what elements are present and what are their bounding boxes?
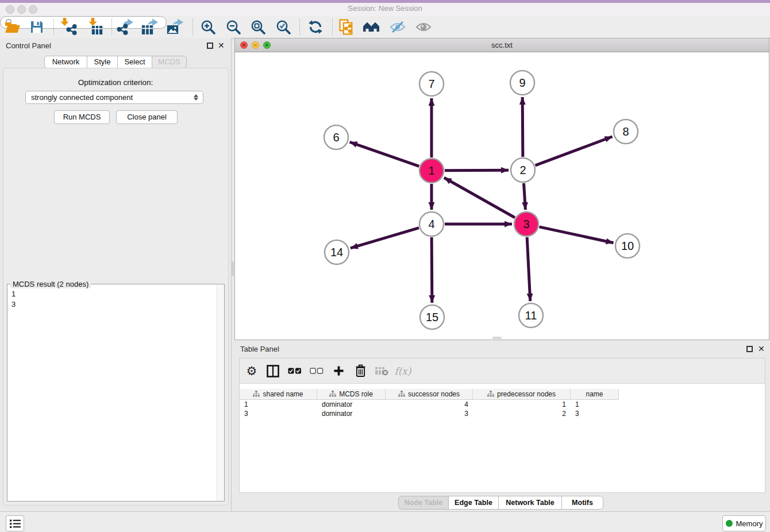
network-close-button[interactable]: ✕: [240, 41, 248, 49]
graph-node-8[interactable]: 8: [614, 119, 638, 144]
tab-style[interactable]: Style: [87, 56, 118, 68]
zoom-out-button[interactable]: [224, 18, 243, 36]
control-panel-title: Control Panel: [6, 41, 51, 50]
tab-label: MCDS: [158, 57, 180, 66]
import-network-button[interactable]: [59, 18, 78, 36]
select-all-button[interactable]: [285, 358, 305, 383]
table-cell[interactable]: 3: [386, 409, 473, 418]
table-cell[interactable]: 2: [473, 409, 571, 418]
result-scrollbar[interactable]: [217, 284, 224, 501]
import-network-icon: [60, 19, 77, 35]
table-cell[interactable]: dominator: [317, 409, 386, 418]
zoom-selected-button[interactable]: [274, 18, 293, 36]
apply-layout-button[interactable]: [306, 18, 325, 36]
table-cell[interactable]: 3: [571, 409, 619, 418]
graph-node-14[interactable]: 14: [325, 240, 349, 264]
tab-network[interactable]: Network: [44, 56, 87, 68]
tab-mcds[interactable]: MCDS: [152, 56, 187, 68]
tab-select[interactable]: Select: [117, 56, 152, 68]
add-column-button[interactable]: [329, 358, 348, 383]
graph-node-1[interactable]: 1: [419, 159, 444, 183]
graph-edge-3-10[interactable]: [539, 227, 613, 243]
export-image-button[interactable]: [165, 18, 185, 36]
graph-edge-4-15[interactable]: [432, 237, 432, 303]
mcds-result-text[interactable]: 1 3: [11, 289, 16, 310]
graph-edge-2-9[interactable]: [522, 97, 523, 157]
graph-node-3[interactable]: 3: [514, 212, 538, 236]
graph-edge-3-1[interactable]: [444, 178, 515, 217]
control-panel: Control Panel ✕ Network Style Select MCD…: [0, 38, 232, 511]
close-panel-button[interactable]: Close panel: [116, 110, 178, 124]
graph-node-11[interactable]: 11: [519, 303, 543, 327]
control-panel-float-button[interactable]: [207, 43, 213, 49]
save-session-button[interactable]: [27, 18, 47, 36]
new-network-from-selection-button[interactable]: [337, 18, 357, 36]
table-cell[interactable]: 1: [240, 400, 317, 409]
column-header-label: predecessor nodes: [497, 390, 556, 398]
table-cell[interactable]: 1: [571, 400, 619, 409]
show-columns-button[interactable]: [263, 358, 283, 383]
table-cell[interactable]: 4: [386, 400, 473, 409]
table-cell[interactable]: 3: [240, 409, 317, 418]
tab-network-table[interactable]: Network Table: [498, 496, 562, 510]
network-minimize-button[interactable]: −: [252, 41, 259, 49]
graph-node-7[interactable]: 7: [419, 72, 444, 96]
graph-edge-4-14[interactable]: [351, 228, 419, 248]
column-header-name[interactable]: name: [571, 389, 619, 400]
graph-edge-1-6[interactable]: [350, 142, 419, 166]
table-settings-button[interactable]: ⚙: [242, 358, 261, 383]
graph-edge-3-11[interactable]: [527, 237, 530, 301]
graph-edge-2-3[interactable]: [523, 183, 525, 210]
first-neighbors-button[interactable]: [363, 18, 382, 36]
network-hscrollbar[interactable]: [492, 337, 502, 339]
hide-selected-button[interactable]: [388, 18, 407, 36]
tab-edge-table[interactable]: Edge Table: [448, 496, 499, 510]
column-header-label: successor nodes: [408, 390, 460, 398]
delete-row-button[interactable]: [351, 358, 370, 383]
graph-node-2[interactable]: 2: [511, 158, 535, 182]
column-header-predecessor-nodes[interactable]: predecessor nodes: [473, 389, 571, 400]
columns-icon: [267, 365, 279, 377]
optimization-criterion-select[interactable]: strongly connected component: [25, 91, 203, 104]
table-cell[interactable]: dominator: [317, 400, 386, 409]
memory-button[interactable]: Memory: [722, 515, 766, 531]
graph-node-4[interactable]: 4: [419, 212, 444, 236]
panel-divider-handle[interactable]: [231, 261, 234, 276]
graph-edge-2-8[interactable]: [536, 137, 613, 165]
tab-node-table[interactable]: Node Table: [398, 496, 449, 510]
show-all-button[interactable]: [414, 18, 433, 36]
open-session-button[interactable]: [3, 18, 22, 36]
tab-motifs[interactable]: Motifs: [561, 496, 603, 510]
zoom-fit-button[interactable]: [248, 18, 268, 36]
column-header-label: shared name: [263, 390, 303, 398]
column-header-MCDS-role[interactable]: MCDS role: [317, 389, 386, 400]
graph-node-10[interactable]: 10: [615, 234, 640, 258]
unchecked-boxes-icon: [310, 368, 324, 374]
control-panel-close-button[interactable]: ✕: [218, 43, 225, 49]
table-row[interactable]: 3dominator323: [240, 409, 765, 418]
export-table-button[interactable]: [140, 18, 160, 36]
table-panel-float-button[interactable]: [746, 346, 753, 352]
table-row[interactable]: 1dominator411: [240, 400, 765, 409]
column-header-successor-nodes[interactable]: successor nodes: [386, 389, 473, 400]
network-maximize-button[interactable]: +: [263, 41, 271, 49]
network-graph-canvas[interactable]: 7968124314101511: [235, 52, 769, 340]
graph-edge-1-2[interactable]: [445, 170, 509, 171]
graph-node-9[interactable]: 9: [510, 71, 534, 95]
zoom-in-button[interactable]: [198, 18, 218, 36]
eye-icon: [415, 21, 432, 33]
column-header-shared-name[interactable]: shared name: [240, 389, 317, 400]
table-panel-close-button[interactable]: ✕: [758, 346, 765, 352]
import-table-button[interactable]: [86, 18, 105, 36]
network-window-titlebar[interactable]: scc.txt ✕ − +: [235, 38, 769, 52]
table-cell[interactable]: 1: [473, 400, 571, 409]
titlebar-accent: [0, 0, 770, 3]
graph-node-6[interactable]: 6: [324, 125, 348, 149]
deselect-all-button[interactable]: [307, 358, 326, 383]
zoom-selected-icon: [276, 20, 291, 35]
memory-label: Memory: [736, 519, 763, 528]
graph-node-15[interactable]: 15: [420, 305, 444, 329]
run-mcds-button[interactable]: Run MCDS: [54, 110, 110, 124]
show-panels-button[interactable]: [6, 515, 24, 531]
export-network-button[interactable]: [116, 18, 135, 36]
